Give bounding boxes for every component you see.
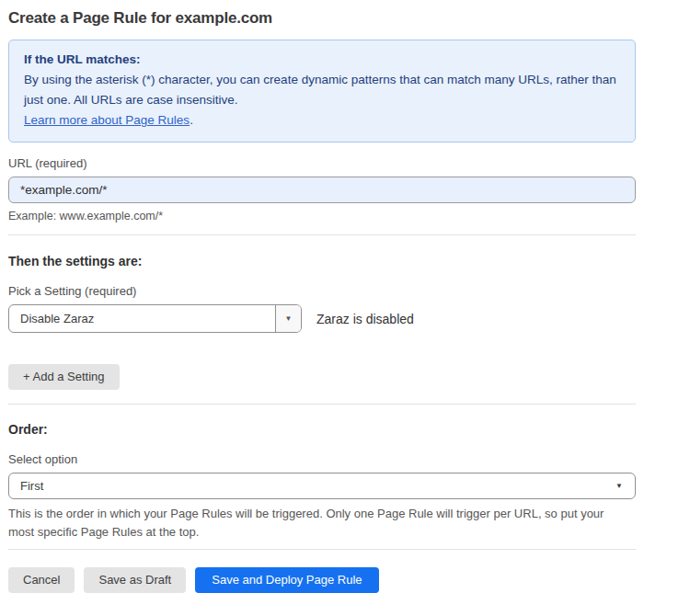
page-title: Create a Page Rule for example.com bbox=[8, 9, 636, 28]
setting-select-value[interactable]: Disable Zaraz bbox=[9, 305, 275, 332]
caret-down-icon: ▼ bbox=[285, 315, 293, 323]
save-as-draft-button[interactable]: Save as Draft bbox=[84, 567, 186, 593]
setting-select[interactable]: Disable Zaraz ▼ bbox=[8, 304, 302, 333]
link-suffix: . bbox=[190, 113, 193, 127]
setting-select-arrow-button[interactable]: ▼ bbox=[275, 305, 301, 332]
setting-status-text: Zaraz is disabled bbox=[316, 312, 414, 326]
order-select-label: Select option bbox=[8, 452, 636, 466]
divider bbox=[8, 404, 636, 405]
save-and-deploy-button[interactable]: Save and Deploy Page Rule bbox=[195, 567, 378, 593]
page-rule-form: Create a Page Rule for example.com If th… bbox=[0, 0, 636, 593]
divider bbox=[8, 234, 636, 235]
learn-more-link[interactable]: Learn more about Page Rules bbox=[24, 113, 190, 127]
caret-down-icon: ▼ bbox=[615, 483, 623, 490]
settings-section-heading: Then the settings are: bbox=[8, 254, 636, 268]
order-select[interactable]: First ▼ bbox=[8, 473, 636, 499]
info-box-heading: If the URL matches: bbox=[24, 50, 620, 70]
setting-picker-label: Pick a Setting (required) bbox=[8, 284, 636, 298]
url-input[interactable] bbox=[8, 177, 636, 203]
order-select-value: First bbox=[9, 473, 635, 498]
url-example-text: Example: www.example.com/* bbox=[8, 210, 636, 222]
form-actions: Cancel Save as Draft Save and Deploy Pag… bbox=[8, 567, 636, 593]
url-match-info-box: If the URL matches: By using the asteris… bbox=[8, 40, 636, 143]
order-help-text: This is the order in which your Page Rul… bbox=[8, 505, 625, 542]
divider bbox=[8, 549, 636, 550]
add-setting-button[interactable]: + Add a Setting bbox=[8, 364, 120, 390]
url-field-label: URL (required) bbox=[8, 156, 636, 170]
info-box-body: By using the asterisk (*) character, you… bbox=[24, 70, 620, 110]
info-box-link-line: Learn more about Page Rules. bbox=[24, 110, 620, 131]
cancel-button[interactable]: Cancel bbox=[8, 567, 75, 593]
order-section-heading: Order: bbox=[8, 422, 636, 437]
setting-row: Disable Zaraz ▼ Zaraz is disabled bbox=[8, 304, 636, 333]
